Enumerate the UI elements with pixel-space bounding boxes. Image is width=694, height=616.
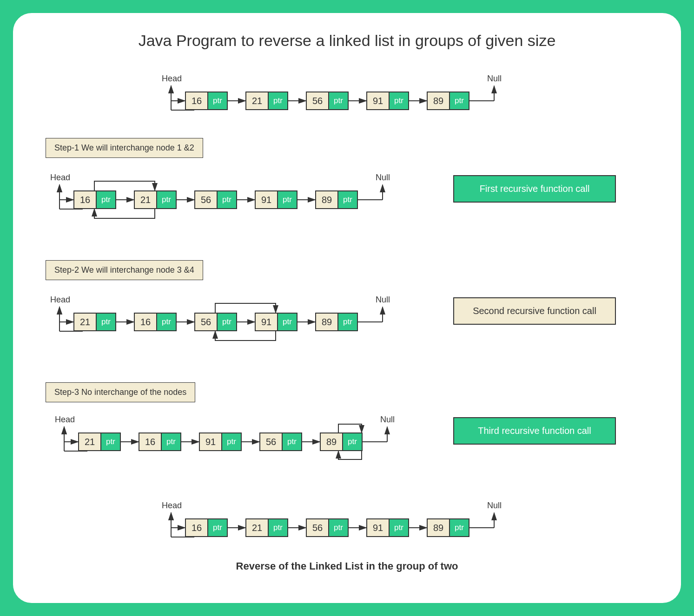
list-node: 16 ptr [185,92,228,110]
head-label: Head [50,295,70,305]
node-value: 21 [246,519,269,536]
list-node: 21 ptr [78,433,121,451]
node-ptr: ptr [269,519,287,536]
list-node: 16 ptr [134,313,177,331]
node-ptr: ptr [338,191,357,208]
node-ptr: ptr [97,191,115,208]
list-node: 56 ptr [194,190,237,209]
node-value: 56 [195,314,218,330]
list-node: 56 ptr [306,92,349,110]
node-value: 89 [428,92,450,109]
node-value: 89 [428,519,450,536]
node-ptr: ptr [162,433,180,450]
list-node: 16 ptr [73,190,116,209]
node-ptr: ptr [208,519,227,536]
node-value: 21 [135,191,157,208]
node-value: 21 [79,433,101,450]
head-label: Head [50,173,70,183]
node-ptr: ptr [97,314,115,330]
node-ptr: ptr [157,314,176,330]
node-ptr: ptr [450,519,469,536]
step-1-label: Step-1 We will interchange node 1 &2 [46,138,203,158]
node-ptr: ptr [101,433,120,450]
node-ptr: ptr [278,191,297,208]
list-node: 56 ptr [259,433,302,451]
list-node: 56 ptr [306,518,349,537]
step-3-row: HeadNull 21 ptr 16 ptr 91 ptr 56 ptr 89 … [50,412,653,486]
final-list-section: HeadNull 16 ptr 21 ptr 56 ptr 91 ptr 89 … [41,500,653,546]
caption: Reverse of the Linked List in the group … [41,560,653,572]
list-node: 91 ptr [366,92,409,110]
list-node: 91 ptr [199,433,242,451]
node-ptr: ptr [269,92,287,109]
node-value: 21 [74,314,97,330]
node-value: 91 [200,433,222,450]
node-value: 89 [321,433,343,450]
head-label: Head [55,415,75,425]
node-value: 91 [256,314,278,330]
list-node: 21 ptr [73,313,116,331]
list-node: 89 ptr [427,92,469,110]
null-label: Null [380,415,395,425]
list-node: 16 ptr [185,518,228,537]
list-node: 21 ptr [245,518,288,537]
null-label: Null [376,173,390,183]
list-node: 21 ptr [134,190,177,209]
node-value: 16 [139,433,162,450]
node-value: 91 [367,92,390,109]
node-ptr: ptr [338,314,357,330]
node-ptr: ptr [278,314,297,330]
node-ptr: ptr [343,433,362,450]
list-node: 91 ptr [366,518,409,537]
list-node: 16 ptr [139,433,181,451]
step-2-section: Step-2 We will interchange node 3 &4 Sec… [41,256,653,364]
list-node: 91 ptr [255,313,297,331]
list-node: 89 ptr [315,313,358,331]
head-label: Head [162,74,182,84]
step-2-row: HeadNull 21 ptr 16 ptr 56 ptr 91 ptr 89 … [46,289,653,364]
node-ptr: ptr [283,433,301,450]
node-ptr: ptr [329,92,348,109]
node-ptr: ptr [218,191,236,208]
list-node: 21 ptr [245,92,288,110]
node-value: 16 [135,314,157,330]
list-node: 89 ptr [427,518,469,537]
node-value: 21 [246,92,269,109]
node-value: 89 [316,314,338,330]
page-title: Java Program to reverse a linked list in… [41,32,653,50]
page-container: Java Program to reverse a linked list in… [13,13,681,603]
list-node: 56 ptr [194,313,237,331]
node-value: 56 [260,433,283,450]
node-value: 16 [186,519,208,536]
node-value: 16 [74,191,97,208]
null-label: Null [487,74,502,84]
null-label: Null [487,501,502,511]
list-node: 89 ptr [320,433,363,451]
node-ptr: ptr [390,92,408,109]
step-1-row: HeadNull 16 ptr 21 ptr 56 ptr 91 ptr 89 … [46,167,653,242]
list-node: 91 ptr [255,190,297,209]
node-value: 56 [307,519,329,536]
node-value: 56 [307,92,329,109]
step-3-section: Step-3 No interchange of the nodes Third… [41,378,653,486]
node-value: 56 [195,191,218,208]
node-ptr: ptr [329,519,348,536]
node-value: 91 [256,191,278,208]
node-ptr: ptr [222,433,241,450]
list-node: 89 ptr [315,190,358,209]
step-1-section: Step-1 We will interchange node 1 &2 Fir… [41,133,653,242]
node-ptr: ptr [218,314,236,330]
node-ptr: ptr [450,92,469,109]
node-ptr: ptr [208,92,227,109]
node-ptr: ptr [157,191,176,208]
node-value: 16 [186,92,208,109]
initial-list-row: HeadNull 16 ptr 21 ptr 56 ptr 91 ptr 89 … [157,73,653,119]
final-list-row: HeadNull 16 ptr 21 ptr 56 ptr 91 ptr 89 … [157,500,653,546]
node-value: 89 [316,191,338,208]
node-ptr: ptr [390,519,408,536]
null-label: Null [376,295,390,305]
node-value: 91 [367,519,390,536]
head-label: Head [162,501,182,511]
step-2-label: Step-2 We will interchange node 3 &4 [46,260,203,280]
initial-list-section: HeadNull 16 ptr 21 ptr 56 ptr 91 ptr 89 … [41,73,653,119]
